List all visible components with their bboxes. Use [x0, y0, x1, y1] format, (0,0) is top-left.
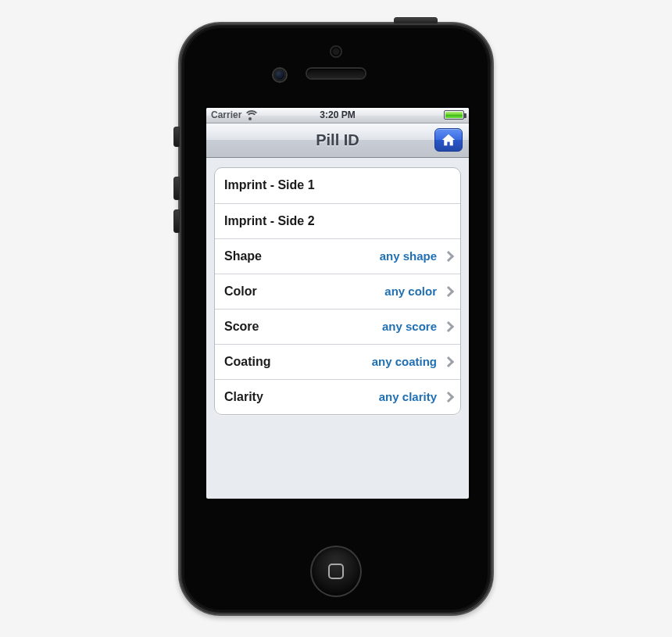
- filter-row-value: any shape: [380, 249, 437, 263]
- page-title: Pill ID: [316, 131, 359, 149]
- filter-row-color[interactable]: Colorany color: [215, 274, 460, 309]
- content-area: Imprint - Side 1Imprint - Side 2Shapeany…: [206, 158, 469, 424]
- battery-icon: [444, 110, 464, 120]
- wifi-icon: [245, 111, 256, 120]
- chevron-right-icon: [443, 356, 454, 367]
- filter-row-value: any clarity: [379, 390, 437, 403]
- power-button: [394, 17, 438, 23]
- filter-row-label: Clarity: [224, 390, 263, 404]
- home-icon: [441, 133, 456, 147]
- status-bar: Carrier 3:20 PM: [206, 108, 469, 123]
- chevron-right-icon: [443, 250, 454, 261]
- chevron-right-icon: [443, 320, 454, 331]
- proximity-sensor: [331, 47, 341, 56]
- home-button[interactable]: [434, 128, 463, 152]
- filter-row-clarity[interactable]: Clarityany clarity: [215, 379, 460, 414]
- silent-switch: [173, 127, 180, 147]
- filter-row-shape[interactable]: Shapeany shape: [215, 238, 460, 274]
- status-time: 3:20 PM: [320, 109, 355, 120]
- device-frame: Carrier 3:20 PM Pill ID Imprint - Side 1…: [178, 22, 494, 616]
- filter-row-label: Shape: [224, 249, 262, 263]
- filter-row-value: any coating: [372, 355, 437, 368]
- filter-row-score[interactable]: Scoreany score: [215, 309, 460, 344]
- filter-row-coating[interactable]: Coatingany coating: [215, 344, 460, 379]
- filter-row-label: Imprint - Side 2: [224, 214, 315, 228]
- nav-bar: Pill ID: [206, 123, 469, 158]
- chevron-right-icon: [443, 285, 454, 296]
- filter-row-value: any color: [384, 285, 437, 298]
- front-camera: [273, 69, 286, 81]
- hardware-home-button[interactable]: [310, 546, 362, 597]
- volume-up-button: [173, 177, 180, 200]
- filter-row-imprint-side-2[interactable]: Imprint - Side 2: [215, 203, 460, 238]
- home-square-icon: [328, 564, 344, 579]
- carrier-label: Carrier: [211, 109, 241, 120]
- earpiece-speaker: [307, 69, 365, 78]
- filter-row-label: Imprint - Side 1: [224, 178, 315, 192]
- filter-table: Imprint - Side 1Imprint - Side 2Shapeany…: [214, 167, 461, 415]
- filter-row-imprint-side-1[interactable]: Imprint - Side 1: [215, 168, 460, 203]
- filter-row-label: Color: [224, 285, 257, 299]
- screen: Carrier 3:20 PM Pill ID Imprint - Side 1…: [206, 108, 469, 499]
- volume-down-button: [173, 209, 180, 233]
- filter-row-label: Coating: [224, 355, 271, 369]
- chevron-right-icon: [443, 391, 454, 402]
- filter-row-value: any score: [382, 320, 437, 333]
- filter-row-label: Score: [224, 320, 259, 334]
